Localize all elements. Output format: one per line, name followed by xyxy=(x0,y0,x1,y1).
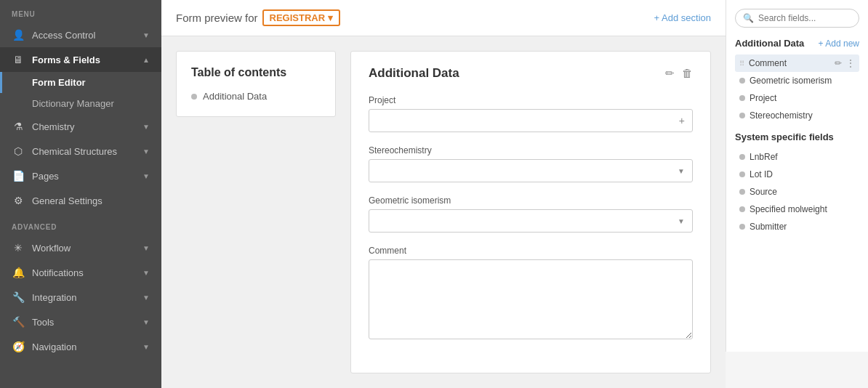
more-icon[interactable]: ⋮ xyxy=(846,58,855,68)
edit-icon[interactable]: ✏ xyxy=(835,58,842,68)
integration-icon: 🔧 xyxy=(12,291,25,303)
field-dot xyxy=(739,189,745,195)
sidebar-item-navigation[interactable]: 🧭 Navigation ▼ xyxy=(0,334,161,359)
drag-icon: ⠿ xyxy=(739,60,744,68)
field-dot xyxy=(739,224,745,230)
chevron-down-icon: ▼ xyxy=(142,244,150,252)
plus-icon: + xyxy=(679,115,685,126)
field-comment-label: Comment xyxy=(369,246,693,256)
advanced-label: ADVANCED xyxy=(0,213,161,235)
sidebar-item-label: Workflow xyxy=(32,243,71,254)
toc-item[interactable]: Additional Data xyxy=(191,91,321,102)
chevron-down-icon: ▼ xyxy=(678,167,685,175)
toc-item-label: Additional Data xyxy=(203,91,267,102)
field-dot xyxy=(739,78,745,84)
form-preview-title: Form preview for REGISTRAR ▾ xyxy=(176,9,340,26)
chevron-down-icon: ▼ xyxy=(142,172,150,180)
stereochemistry-select[interactable]: ▼ xyxy=(369,159,693,182)
gear-icon: ⚙ xyxy=(12,195,25,206)
additional-data-section-header: Additional Data + Add new xyxy=(735,38,859,49)
field-dot xyxy=(739,171,745,177)
trash-icon[interactable]: 🗑 xyxy=(682,67,693,80)
search-container[interactable]: 🔍 xyxy=(735,9,859,28)
comment-textarea[interactable] xyxy=(369,259,693,339)
chevron-down-icon: ▼ xyxy=(142,31,150,39)
right-field-lnbref[interactable]: LnbRef xyxy=(735,148,859,166)
field-geometric-isomerism: Geometric isomerism ▼ xyxy=(369,195,693,233)
sidebar-item-general-settings[interactable]: ⚙ General Settings xyxy=(0,188,161,213)
sidebar-item-notifications[interactable]: 🔔 Notifications ▼ xyxy=(0,260,161,285)
sidebar-item-tools[interactable]: 🔨 Tools ▼ xyxy=(0,310,161,334)
right-panel: 🔍 Additional Data + Add new ⠿ Comment ✏ … xyxy=(726,0,868,352)
sidebar-item-forms-fields[interactable]: 🖥 Forms & Fields ▲ xyxy=(0,47,161,72)
chemistry-icon: ⚗ xyxy=(12,121,25,132)
field-stereochemistry: Stereochemistry ▼ xyxy=(369,145,693,182)
sidebar-item-pages[interactable]: 📄 Pages ▼ xyxy=(0,163,161,188)
field-lot-id-label: Lot ID xyxy=(750,169,855,179)
sidebar-item-workflow[interactable]: ✳ Workflow ▼ xyxy=(0,235,161,260)
project-input[interactable]: + xyxy=(369,109,693,132)
form-panel-header: Additional Data ✏ 🗑 xyxy=(369,66,693,81)
right-field-stereochemistry[interactable]: Stereochemistry xyxy=(735,107,859,124)
main-body: Table of contents Additional Data Additi… xyxy=(161,36,726,388)
sidebar-sub-item-dictionary-manager[interactable]: Dictionary Manager xyxy=(0,93,161,114)
sidebar-item-label: Notifications xyxy=(32,267,84,278)
right-field-project[interactable]: Project xyxy=(735,89,859,107)
sidebar-item-label: General Settings xyxy=(32,195,103,206)
field-submitter-label: Submitter xyxy=(750,222,855,232)
field-comment: Comment xyxy=(369,246,693,341)
right-field-source[interactable]: Source xyxy=(735,183,859,201)
right-field-geometric-isomerism[interactable]: Geometric isomerism xyxy=(735,72,859,89)
workflow-icon: ✳ xyxy=(12,242,25,254)
field-geometric-isomerism-label: Geometric isomerism xyxy=(750,76,855,86)
field-comment-label: Comment xyxy=(749,58,830,68)
sidebar-item-chemistry[interactable]: ⚗ Chemistry ▼ xyxy=(0,114,161,139)
edit-icon[interactable]: ✏ xyxy=(665,67,675,80)
field-dot xyxy=(739,113,745,118)
form-panel-title: Additional Data xyxy=(369,66,459,81)
sidebar-item-integration[interactable]: 🔧 Integration ▼ xyxy=(0,285,161,310)
registrar-badge[interactable]: REGISTRAR ▾ xyxy=(262,9,341,26)
right-field-specified-molweight[interactable]: Specified molweight xyxy=(735,201,859,218)
tools-icon: 🔨 xyxy=(12,316,25,328)
add-section-button[interactable]: + Add section xyxy=(654,12,711,23)
sidebar-item-chemical-structures[interactable]: ⬡ Chemical Structures ▼ xyxy=(0,139,161,163)
main-header: Form preview for REGISTRAR ▾ + Add secti… xyxy=(161,0,726,36)
sidebar-item-label: Access Control xyxy=(32,30,95,41)
additional-data-title: Additional Data xyxy=(735,38,804,49)
right-field-submitter[interactable]: Submitter xyxy=(735,218,859,235)
navigation-icon: 🧭 xyxy=(12,341,25,352)
add-new-button[interactable]: + Add new xyxy=(819,39,859,49)
dropdown-arrow-icon: ▾ xyxy=(328,12,333,23)
toc-title: Table of contents xyxy=(191,66,321,79)
pages-icon: 📄 xyxy=(12,170,25,182)
field-dot xyxy=(739,206,745,212)
right-field-comment[interactable]: ⠿ Comment ✏ ⋮ xyxy=(735,54,859,72)
field-dot xyxy=(739,154,745,160)
sidebar-item-access-control[interactable]: 👤 Access Control ▼ xyxy=(0,23,161,47)
toc-dot xyxy=(191,94,197,100)
sidebar-item-label: Pages xyxy=(32,171,59,182)
field-stereochemistry-label: Stereochemistry xyxy=(369,145,693,155)
search-icon: 🔍 xyxy=(743,13,754,23)
form-panel-actions: ✏ 🗑 xyxy=(665,67,693,80)
sidebar: MENU 👤 Access Control ▼ 🖥 Forms & Fields… xyxy=(0,0,161,388)
search-input[interactable] xyxy=(758,13,851,23)
chevron-down-icon: ▼ xyxy=(142,294,150,302)
chevron-down-icon: ▼ xyxy=(142,269,150,277)
bell-icon: 🔔 xyxy=(12,267,25,278)
sidebar-sub-item-form-editor[interactable]: Form Editor xyxy=(0,72,161,93)
menu-label: MENU xyxy=(0,0,161,23)
field-lnbref-label: LnbRef xyxy=(750,152,855,162)
chevron-down-icon: ▼ xyxy=(142,318,150,326)
field-dot xyxy=(739,95,745,101)
chevron-up-icon: ▲ xyxy=(142,56,150,64)
right-field-lot-id[interactable]: Lot ID xyxy=(735,166,859,183)
field-specified-molweight-label: Specified molweight xyxy=(750,204,855,214)
chevron-down-icon: ▼ xyxy=(142,343,150,351)
field-project-label: Project xyxy=(369,95,693,105)
sidebar-item-label: Forms & Fields xyxy=(32,54,100,65)
sidebar-item-label: Chemical Structures xyxy=(32,146,117,157)
geometric-isomerism-select[interactable]: ▼ xyxy=(369,209,693,233)
chevron-down-icon: ▼ xyxy=(678,217,685,225)
